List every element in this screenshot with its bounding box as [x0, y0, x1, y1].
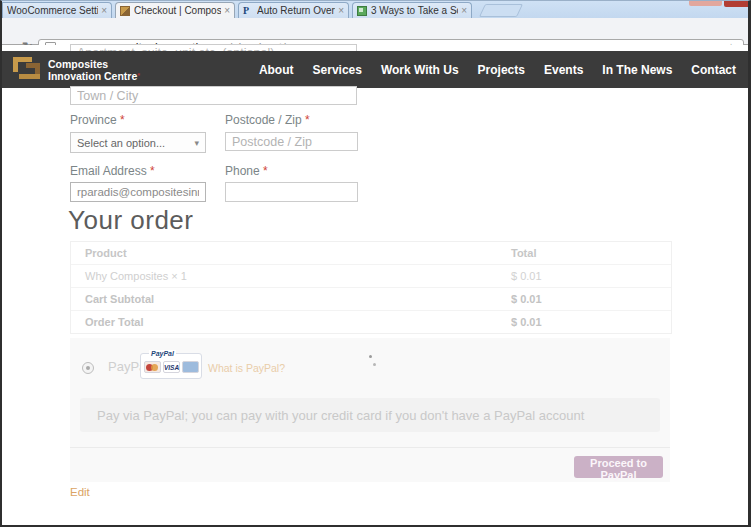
col-product: Product [71, 247, 511, 259]
tab-checkout-active[interactable]: Checkout | Composites In × [115, 2, 235, 18]
email-field[interactable] [70, 182, 206, 202]
tab-woocommerce-settings[interactable]: WooCommerce Settings × [2, 2, 112, 18]
postcode-label: Postcode / Zip * [225, 113, 310, 127]
payment-description: Pay via PayPal; you can pay with your cr… [97, 408, 584, 423]
nav-services[interactable]: Services [313, 63, 362, 77]
product-total: $ 0.01 [511, 270, 671, 282]
visa-icon: VISA [163, 361, 180, 373]
paypal-favicon-icon: P [243, 6, 253, 16]
province-select[interactable]: Select an option... ▾ [70, 132, 206, 153]
subtotal-value: $ 0.01 [511, 293, 671, 305]
composites-favicon-icon [120, 6, 130, 16]
order-total-label: Order Total [71, 316, 511, 328]
browser-toolbar: → ↻ www.compositesinnovation.ca/checkout… [2, 18, 748, 45]
what-is-paypal-link[interactable]: What is PayPal? [208, 362, 285, 374]
nav-about[interactable]: About [259, 63, 294, 77]
chevron-down-icon: ▾ [194, 138, 199, 148]
paypal-acceptance-mark: PayPal VISA [140, 353, 202, 379]
required-asterisk: * [120, 113, 125, 127]
phone-label: Phone * [225, 164, 268, 178]
tab-close-icon[interactable]: × [224, 6, 230, 16]
main-nav: About Services Work With Us Projects Eve… [259, 63, 736, 77]
product-name: Why Composites × 1 [71, 270, 511, 282]
phone-field[interactable] [225, 182, 358, 202]
required-asterisk: * [150, 164, 155, 178]
nav-work-with-us[interactable]: Work With Us [381, 63, 459, 77]
loading-spinner [373, 363, 376, 366]
payment-section: PayPal PayPal VISA What is PayPal? Pay v… [70, 338, 670, 482]
tab-auto-return[interactable]: P Auto Return Overview - P × [238, 2, 349, 18]
window-close-button-fragment[interactable] [724, 1, 750, 7]
table-row-product: Why Composites × 1 $ 0.01 [71, 264, 671, 287]
screenshot-favicon-icon [357, 6, 367, 16]
tab-screenshot-article[interactable]: 3 Ways to Take a Screensh × [352, 2, 472, 18]
tab-close-icon[interactable]: × [101, 6, 107, 16]
composites-logo[interactable] [12, 55, 42, 88]
brand-text[interactable]: Composites Innovation Centre* [48, 58, 140, 82]
your-order-heading: Your order [68, 205, 193, 236]
brand-line1: Composites [48, 58, 140, 70]
subtotal-label: Cart Subtotal [71, 293, 511, 305]
browser-window: WooCommerce Settings × Checkout | Compos… [0, 0, 751, 527]
tab-close-icon[interactable]: × [338, 6, 344, 16]
col-total: Total [511, 247, 671, 259]
edit-link[interactable]: Edit [70, 486, 90, 498]
order-total-value: $ 0.01 [511, 316, 671, 328]
required-asterisk: * [263, 164, 268, 178]
nav-events[interactable]: Events [544, 63, 583, 77]
tab-close-icon[interactable]: × [461, 6, 467, 16]
tab-title: 3 Ways to Take a Screensh [371, 5, 458, 16]
divider [70, 447, 670, 448]
site-header: Composites Innovation Centre* About Serv… [2, 51, 748, 88]
town-city-field[interactable] [70, 86, 357, 105]
order-table-header: Product Total [71, 242, 671, 264]
nav-projects[interactable]: Projects [478, 63, 525, 77]
table-row-order-total: Order Total $ 0.01 [71, 310, 671, 333]
webpage: Composites Innovation Centre* About Serv… [2, 45, 748, 526]
postcode-field[interactable] [225, 132, 358, 151]
tab-strip: WooCommerce Settings × Checkout | Compos… [2, 1, 748, 18]
tab-title: Auto Return Overview - P [257, 5, 335, 16]
province-label: Province * [70, 113, 125, 127]
loading-spinner [369, 355, 372, 358]
table-row-subtotal: Cart Subtotal $ 0.01 [71, 287, 671, 310]
amex-icon [182, 361, 199, 373]
window-close-button-fragment[interactable] [689, 1, 722, 6]
order-table: Product Total Why Composites × 1 $ 0.01 … [70, 241, 672, 334]
email-label: Email Address * [70, 164, 155, 178]
payment-description-box: Pay via PayPal; you can pay with your cr… [80, 398, 660, 432]
paypal-radio[interactable] [82, 362, 94, 374]
tab-title: WooCommerce Settings [7, 5, 98, 16]
new-tab-button[interactable] [479, 4, 523, 17]
province-selected-value: Select an option... [77, 137, 165, 149]
nav-in-the-news[interactable]: In The News [602, 63, 672, 77]
mastercard-icon [144, 361, 161, 373]
brand-mark: * [137, 72, 140, 79]
brand-line2: Innovation Centre* [48, 70, 140, 82]
nav-contact[interactable]: Contact [691, 63, 736, 77]
tab-title: Checkout | Composites In [134, 5, 221, 16]
required-asterisk: * [305, 113, 310, 127]
proceed-to-paypal-button[interactable]: Proceed to PayPal [574, 456, 663, 478]
paypal-mark-title: PayPal [149, 350, 176, 357]
